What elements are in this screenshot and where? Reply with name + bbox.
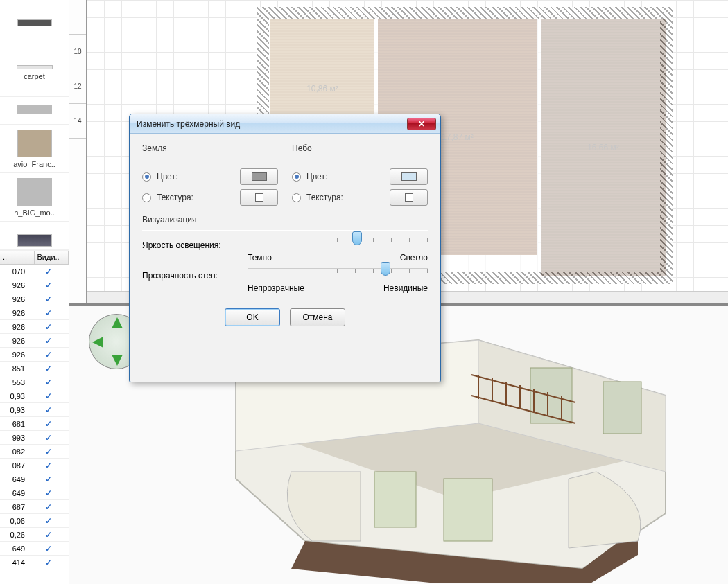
table-row[interactable]: 926✓	[0, 334, 69, 348]
table-cell-visible[interactable]: ✓	[28, 294, 69, 304]
table-row[interactable]: 0,06✓	[0, 514, 69, 528]
catalog-thumb	[17, 19, 52, 26]
ok-button[interactable]: OK	[225, 308, 280, 326]
table-row[interactable]: 649✓	[0, 472, 69, 486]
table-cell-value: 926	[0, 323, 28, 331]
table-cell-visible[interactable]: ✓	[28, 433, 69, 443]
table-cell-value: 681	[0, 420, 28, 428]
table-cell-value: 687	[0, 503, 28, 511]
check-icon: ✓	[45, 419, 52, 429]
svg-rect-6	[444, 479, 492, 541]
table-cell-value: 082	[0, 448, 28, 456]
ruler-tick: 14	[69, 104, 86, 139]
table-cell-value: 414	[0, 558, 28, 567]
table-row[interactable]: 649✓	[0, 486, 69, 500]
nav-left-icon[interactable]	[92, 337, 103, 348]
catalog-item[interactable]: carpet	[0, 48, 69, 97]
catalog-item[interactable]: h_BIG_mo..	[0, 173, 69, 222]
close-icon[interactable]: ✕	[407, 118, 436, 130]
table-body[interactable]: 070✓926✓926✓926✓926✓926✓926✓851✓553✓0,93…	[0, 265, 69, 584]
table-row[interactable]: 926✓	[0, 278, 69, 292]
table-row[interactable]: 082✓	[0, 445, 69, 459]
table-cell-visible[interactable]: ✓	[28, 419, 69, 429]
table-cell-visible[interactable]: ✓	[28, 544, 69, 554]
catalog-item[interactable]	[0, 0, 69, 48]
check-icon: ✓	[45, 488, 52, 498]
nav-up-icon[interactable]	[112, 317, 123, 328]
table-cell-visible[interactable]: ✓	[28, 308, 69, 318]
table-cell-visible[interactable]: ✓	[28, 336, 69, 346]
sky-texture-button[interactable]	[390, 189, 428, 206]
table-cell-visible[interactable]: ✓	[28, 488, 69, 498]
table-row[interactable]: 926✓	[0, 306, 69, 320]
table-cell-value: 0,26	[0, 531, 28, 539]
dialog-titlebar[interactable]: Изменить трёхмерный вид ✕	[130, 114, 440, 134]
table-cell-visible[interactable]: ✓	[28, 378, 69, 387]
table-cell-visible[interactable]: ✓	[28, 391, 69, 401]
table-cell-visible[interactable]: ✓	[28, 461, 69, 470]
catalog-thumb	[17, 65, 53, 69]
opacity-thumb[interactable]	[381, 262, 390, 276]
brightness-thumb[interactable]	[352, 231, 362, 245]
room-3[interactable]: 16,66 м²	[541, 19, 666, 276]
table-cell-visible[interactable]: ✓	[28, 558, 69, 567]
modify-3d-view-dialog: Изменить трёхмерный вид ✕ Земля Цвет: Те…	[129, 114, 441, 382]
table-cell-value: 0,93	[0, 392, 28, 400]
table-header-col2[interactable]: Види..	[35, 251, 69, 264]
table-cell-visible[interactable]: ✓	[28, 502, 69, 512]
brightness-max-label: Светло	[400, 253, 428, 263]
table-cell-value: 649	[0, 489, 28, 497]
table-row[interactable]: 0,26✓	[0, 528, 69, 542]
table-header-col1[interactable]: ..	[0, 251, 35, 264]
table-cell-visible[interactable]: ✓	[28, 475, 69, 484]
table-row[interactable]: 993✓	[0, 431, 69, 445]
check-icon: ✓	[45, 516, 52, 526]
check-icon: ✓	[45, 475, 52, 484]
table-cell-visible[interactable]: ✓	[28, 281, 69, 290]
catalog-item[interactable]	[0, 97, 69, 125]
table-row[interactable]: 926✓	[0, 292, 69, 306]
check-icon: ✓	[45, 364, 52, 373]
dialog-buttons: OK Отмена	[142, 308, 428, 326]
brightness-slider[interactable]	[248, 238, 428, 251]
table-row[interactable]: 0,93✓	[0, 403, 69, 417]
table-row[interactable]: 926✓	[0, 320, 69, 334]
table-cell-visible[interactable]: ✓	[28, 530, 69, 540]
table-row[interactable]: 851✓	[0, 362, 69, 375]
cancel-button[interactable]: Отмена	[290, 308, 345, 326]
sky-color-radio[interactable]	[292, 172, 301, 182]
table-row[interactable]: 0,93✓	[0, 389, 69, 403]
table-cell-visible[interactable]: ✓	[28, 267, 69, 276]
catalog-item[interactable]: avio_Franc..	[0, 125, 69, 173]
separator	[142, 230, 428, 231]
catalog-item[interactable]: UPIO_671..	[0, 222, 69, 249]
table-row[interactable]: 070✓	[0, 265, 69, 278]
table-cell-visible[interactable]: ✓	[28, 364, 69, 373]
slider-ticks	[248, 238, 428, 242]
earth-color-button[interactable]	[240, 168, 278, 185]
earth-texture-button[interactable]	[240, 189, 278, 206]
table-row[interactable]: 649✓	[0, 542, 69, 556]
table-cell-visible[interactable]: ✓	[28, 350, 69, 360]
table-row[interactable]: 926✓	[0, 348, 69, 362]
table-row[interactable]: 687✓	[0, 500, 69, 514]
opacity-slider[interactable]	[248, 268, 428, 282]
table-row[interactable]: 414✓	[0, 556, 69, 569]
earth-texture-radio[interactable]	[142, 193, 151, 202]
table-cell-visible[interactable]: ✓	[28, 405, 69, 415]
catalog-label: avio_Franc..	[3, 160, 66, 168]
table-cell-value: 649	[0, 545, 28, 553]
table-cell-visible[interactable]: ✓	[28, 447, 69, 457]
earth-color-radio[interactable]	[142, 172, 151, 182]
separator	[142, 159, 278, 159]
sky-texture-radio[interactable]	[292, 193, 301, 202]
check-icon: ✓	[45, 502, 52, 512]
table-row[interactable]: 087✓	[0, 459, 69, 472]
nav-down-icon[interactable]	[112, 355, 123, 366]
table-row[interactable]: 553✓	[0, 375, 69, 389]
table-cell-visible[interactable]: ✓	[28, 322, 69, 332]
table-cell-visible[interactable]: ✓	[28, 516, 69, 526]
table-row[interactable]: 681✓	[0, 417, 69, 431]
table-cell-value: 926	[0, 281, 28, 290]
sky-color-button[interactable]	[390, 168, 428, 185]
